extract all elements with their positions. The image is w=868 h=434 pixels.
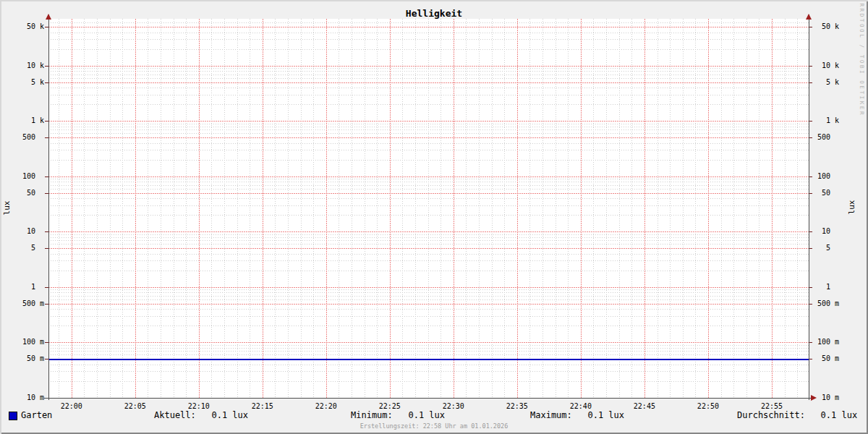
y-axis-label-right: 50 <box>817 190 848 197</box>
y-axis-label-left: 5 k <box>21 79 44 86</box>
x-axis-label: 22:05 <box>120 402 150 410</box>
x-axis-label: 22:15 <box>247 402 278 410</box>
y-axis-label-left: 500 m <box>21 300 44 307</box>
y-axis-label-right: 1 k <box>817 117 848 124</box>
x-axis-label: 22:10 <box>184 402 214 410</box>
x-axis-arrow <box>811 395 817 401</box>
y-axis-label-right: 1 <box>817 284 848 291</box>
x-axis-label: 22:45 <box>629 402 660 410</box>
y-axis-arrow-left <box>46 14 51 20</box>
x-axis-label: 22:30 <box>438 402 469 410</box>
y-axis-label-left: 10 <box>21 228 44 235</box>
x-axis-label: 22:20 <box>311 402 341 410</box>
x-axis-label: 22:40 <box>566 402 596 410</box>
y-axis-label-right: 100 <box>817 173 848 180</box>
y-axis-label-left: 50 m <box>21 355 44 362</box>
y-axis-label-right: 5 <box>817 244 848 252</box>
y-axis-label-left: 100 <box>21 173 44 180</box>
y-axis-label-right: 100 m <box>817 339 848 346</box>
y-axis-arrow-right <box>806 14 812 20</box>
y-axis-label-right: 10 <box>817 228 848 235</box>
y-axis-label-right: 50 m <box>817 355 848 362</box>
y-axis-label-left: 500 <box>21 134 44 141</box>
y-axis-label-right: 500 <box>817 134 848 141</box>
y-axis-label-left: 5 <box>21 244 44 252</box>
legend-stat-aktuell: Aktuell: 0.1 lux <box>154 410 248 420</box>
y-axis-label-left: 50 k <box>21 23 44 30</box>
x-axis-label: 22:55 <box>757 402 787 410</box>
legend-swatch-garten <box>9 412 17 420</box>
y-axis-label-left: 100 m <box>21 339 44 346</box>
y-axis-label-right: 10 k <box>817 62 848 69</box>
x-axis-label: 22:35 <box>502 402 532 410</box>
y-axis-label-right: 500 m <box>817 300 848 307</box>
legend-stat-durchschnitt: Durchschnitt: 0.1 lux <box>737 410 857 420</box>
legend-stat-minimum: Minimum: 0.1 lux <box>351 410 445 420</box>
legend-stat-maximum: Maximum: 0.1 lux <box>530 410 624 420</box>
y-axis-label-left: 10 k <box>21 62 44 69</box>
rrdtool-graph: Helligkeit lux lux RRDTOOL / TOBI OETIKE… <box>0 0 868 434</box>
plot-canvas <box>0 0 868 434</box>
y-axis-label-left: 1 k <box>21 117 44 124</box>
x-axis-label: 22:25 <box>375 402 405 410</box>
legend-series-label: Garten <box>21 410 52 420</box>
y-axis-label-right: 5 k <box>817 79 848 86</box>
creation-time-note: Erstellungszeit: 22:58 Uhr am 01.01.2026 <box>0 422 868 430</box>
y-axis-label-right: 10 m <box>817 394 848 401</box>
y-axis-label-left: 50 <box>21 190 44 197</box>
x-axis-label: 22:00 <box>56 402 87 410</box>
y-axis-label-right: 50 k <box>817 23 848 30</box>
y-axis-label-left: 1 <box>21 284 44 291</box>
x-axis-label: 22:50 <box>693 402 723 410</box>
y-axis-label-left: 10 m <box>21 394 44 401</box>
